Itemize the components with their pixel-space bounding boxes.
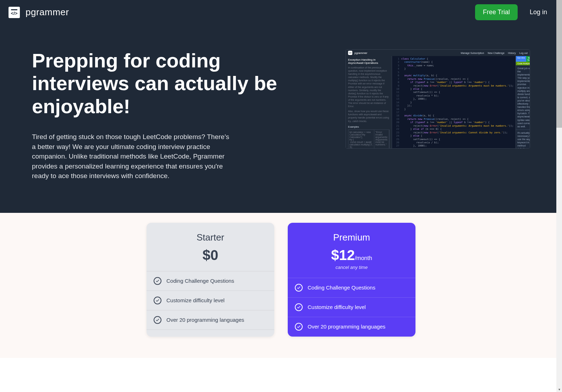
feature-label: Customize difficulty level — [166, 297, 225, 303]
brand-name: pgrammer — [26, 7, 69, 18]
login-button[interactable]: Log in — [523, 4, 553, 20]
plan-name-premium: Premium — [293, 232, 410, 243]
feature-label: Over 20 programming languages — [308, 324, 385, 330]
hero-section: Prepping for coding interviews can actua… — [0, 24, 562, 213]
feature-label: Coding Challenge Questions — [166, 278, 234, 284]
screenshot-nav-links: Manage Subscription New Challenge Histor… — [461, 52, 528, 54]
plan-price-premium: $12/month — [293, 247, 410, 263]
feature-label: Coding Challenge Questions — [308, 285, 375, 291]
feature-item: Over 20 programming languages — [147, 310, 274, 330]
feature-item: Coding Challenge Questions — [147, 271, 274, 291]
check-icon — [295, 303, 303, 311]
pricing-section: Starter $0 Coding Challenge Questions Cu… — [0, 213, 562, 358]
feature-item: Customize difficulty level — [147, 291, 274, 310]
pricing-card-starter: Starter $0 Coding Challenge Questions Cu… — [147, 223, 274, 337]
check-icon — [154, 297, 161, 304]
check-icon — [154, 316, 161, 324]
screenshot-brand: pgrammer — [354, 51, 367, 55]
check-icon — [154, 277, 161, 285]
pricing-card-premium: Premium $12/month cancel any time Coding… — [288, 223, 415, 337]
feature-item: Coding Challenge Questions — [288, 278, 415, 298]
check-icon — [295, 284, 303, 292]
screenshot-problem-title: Exception Handling in Async/Await Operat… — [348, 58, 390, 65]
top-nav: </> pgrammer Free Trial Log in — [0, 0, 562, 24]
screenshot-code-editor: 1class Calculator { 2 constructor(name) … — [392, 56, 516, 149]
screenshot-examples-label: Examples — [348, 126, 390, 128]
hero-title: Prepping for coding interviews can actua… — [32, 49, 306, 118]
feature-label: Customize difficulty level — [308, 304, 366, 310]
hero-description: Tired of getting stuck on those tough Le… — [32, 132, 231, 181]
logo-icon: </> — [9, 7, 20, 18]
feature-item: Over 20 programming languages — [288, 317, 415, 337]
plan-price-starter: $0 — [152, 247, 269, 263]
check-icon — [295, 323, 303, 331]
screenshot-problem-text: In continuation of the previous question… — [348, 66, 390, 108]
plan-name-starter: Starter — [152, 232, 269, 243]
screenshot-analysis-panel: Get Hint Submit Solution Code Analysis G… — [516, 56, 530, 149]
product-screenshot: </> pgrammer Manage Subscription New Cha… — [346, 49, 530, 149]
feature-item: Customize difficulty level — [288, 298, 415, 317]
scrollbar-track[interactable]: ▴ ▾ — [556, 0, 562, 358]
scrollbar-thumb[interactable] — [556, 0, 562, 128]
plan-note-premium: cancel any time — [293, 265, 410, 270]
feature-label: Over 20 programming languages — [166, 317, 244, 323]
free-trial-button[interactable]: Free Trial — [475, 4, 518, 20]
